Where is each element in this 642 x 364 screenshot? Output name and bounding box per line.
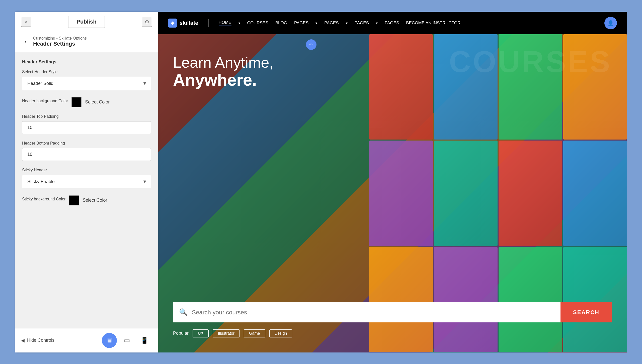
- header-bottom-padding-label: Header Bottom Padding: [22, 141, 151, 146]
- collage-card-8: [563, 141, 627, 246]
- left-customizer-panel: × Publish ⚙ ‹ Customizing • Skillate Opt…: [15, 12, 158, 352]
- collage-card-5: [369, 141, 433, 246]
- nav-blog[interactable]: BLOG: [275, 21, 287, 26]
- header-bottom-padding-wrap: Header Bottom Padding: [22, 141, 151, 161]
- sticky-header-label: Sticky Header: [22, 168, 151, 172]
- publish-button[interactable]: Publish: [68, 16, 105, 28]
- nav-pages-1-arrow: ▾: [315, 21, 317, 25]
- header-top-padding-input[interactable]: [22, 121, 151, 134]
- settings-icon-button[interactable]: ⚙: [142, 17, 152, 27]
- mobile-icon: 📱: [140, 336, 148, 344]
- hero-title-line1: Learn Anytime,: [173, 54, 273, 71]
- header-top-padding-wrap: Header Top Padding: [22, 114, 151, 134]
- panel-title: Header Settings: [33, 41, 87, 47]
- collage-card-10: [434, 247, 498, 352]
- sticky-bg-color-row: Sticky background Color Select Color: [22, 195, 151, 205]
- nav-pages-3[interactable]: PAGES: [355, 21, 369, 26]
- panel-top-bar: × Publish ⚙: [15, 12, 158, 32]
- header-style-select[interactable]: Header Solid Header Transparent Header C…: [22, 77, 151, 90]
- site-header: ◆ skillate HOME ▾ COURSES BLOG PAGES ▾ P…: [158, 12, 627, 34]
- collage-card-6: [434, 141, 498, 246]
- panel-body: Header Settings Select Header Style Head…: [15, 52, 158, 328]
- mobile-device-button[interactable]: 📱: [137, 333, 152, 348]
- tag-game[interactable]: Game: [244, 329, 265, 337]
- sticky-header-select-wrapper: Sticky Enable Sticky Disable ▼: [22, 175, 151, 188]
- search-input[interactable]: [192, 309, 554, 316]
- desktop-device-button[interactable]: 🖥: [102, 333, 117, 348]
- header-top-padding-label: Header Top Padding: [22, 114, 151, 119]
- nav-pages-3-arrow: ▾: [376, 21, 378, 25]
- header-bg-color-label: Header background Color: [22, 99, 68, 103]
- breadcrumb-path: Customizing • Skillate Options: [33, 36, 87, 41]
- tag-ux[interactable]: UX: [193, 329, 209, 337]
- header-bottom-padding-input[interactable]: [22, 148, 151, 161]
- popular-label: Popular: [173, 331, 189, 336]
- header-style-select-wrapper: Header Solid Header Transparent Header C…: [22, 77, 151, 90]
- hide-controls-button[interactable]: ◀ Hide Controls: [21, 338, 54, 343]
- close-button[interactable]: ×: [21, 17, 31, 27]
- site-logo: ◆ skillate: [168, 19, 198, 28]
- sticky-bg-color-select-label[interactable]: Select Color: [83, 198, 107, 203]
- back-button[interactable]: ‹: [21, 37, 30, 46]
- panel-bottom-bar: ◀ Hide Controls 🖥 ▭ 📱: [15, 328, 158, 352]
- header-bg-color-row: Header background Color Select Color: [22, 97, 151, 107]
- site-preview: ✏ ◆ skillate HOME ▾ COURSES BLOG PAGES ▾…: [158, 12, 627, 352]
- courses-bg-text: COURSES: [449, 44, 612, 79]
- user-avatar[interactable]: 👤: [604, 17, 617, 29]
- section-heading: Header Settings: [22, 59, 151, 65]
- nav-pages-1[interactable]: PAGES: [294, 21, 308, 26]
- header-bg-color-swatch[interactable]: [71, 97, 82, 107]
- search-bar: 🔍 SEARCH: [158, 302, 627, 322]
- nav-home[interactable]: HOME: [219, 20, 231, 26]
- search-icon: 🔍: [179, 308, 188, 316]
- sticky-bg-color-label: Sticky background Color: [22, 197, 65, 201]
- nav-pages-2[interactable]: PAGES: [324, 21, 339, 26]
- popular-tags: Popular UX Illustrator Game Design: [173, 329, 292, 337]
- site-nav: HOME ▾ COURSES BLOG PAGES ▾ PAGES ▾ PAGE…: [219, 20, 461, 26]
- collage-card-11: [499, 247, 562, 352]
- header-bg-color-select-label[interactable]: Select Color: [85, 99, 110, 105]
- breadcrumb-section: ‹ Customizing • Skillate Options Header …: [15, 32, 158, 52]
- nav-pages-2-arrow: ▾: [346, 21, 348, 25]
- collage-card-9: [369, 247, 433, 352]
- tag-design[interactable]: Design: [269, 329, 292, 337]
- nav-courses[interactable]: COURSES: [247, 21, 268, 26]
- sticky-header-select[interactable]: Sticky Enable Sticky Disable: [22, 175, 151, 188]
- device-icons-group: 🖥 ▭ 📱: [102, 333, 152, 348]
- collage-card-1: [369, 34, 433, 140]
- nav-pages-4[interactable]: PAGES: [385, 21, 399, 26]
- edit-pencil-icon[interactable]: ✏: [306, 39, 316, 50]
- sticky-bg-color-swatch[interactable]: [69, 195, 79, 205]
- hero-section: COURSES Learn Anytime, Anywhere. 🔍 SEARC…: [158, 34, 627, 352]
- nav-divider: [208, 19, 209, 27]
- hide-controls-arrow-icon: ◀: [21, 338, 25, 343]
- hero-content: Learn Anytime, Anywhere.: [173, 54, 273, 89]
- nav-become-instructor[interactable]: BECOME AN INSTRUCTOR: [406, 21, 460, 26]
- collage-card-7: [499, 141, 562, 246]
- hero-title-line2: Anywhere.: [173, 71, 273, 89]
- header-style-label: Select Header Style: [22, 70, 151, 74]
- search-button[interactable]: SEARCH: [560, 302, 612, 322]
- collage-card-12: [563, 247, 627, 352]
- tag-illustrator[interactable]: Illustrator: [213, 329, 240, 337]
- tablet-device-button[interactable]: ▭: [119, 333, 134, 348]
- hide-controls-label: Hide Controls: [27, 338, 54, 343]
- desktop-icon: 🖥: [106, 336, 113, 344]
- nav-home-arrow: ▾: [238, 21, 240, 25]
- search-input-wrap: 🔍: [173, 302, 560, 322]
- tablet-icon: ▭: [124, 336, 130, 344]
- logo-text: skillate: [180, 20, 198, 26]
- breadcrumb-wrap: Customizing • Skillate Options Header Se…: [33, 36, 87, 47]
- logo-icon: ◆: [168, 19, 177, 28]
